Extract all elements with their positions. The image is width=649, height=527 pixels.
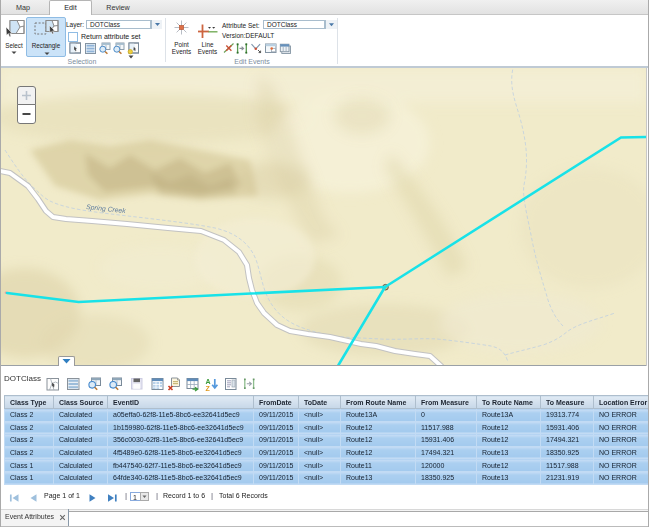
svg-text:Z: Z — [206, 385, 211, 392]
